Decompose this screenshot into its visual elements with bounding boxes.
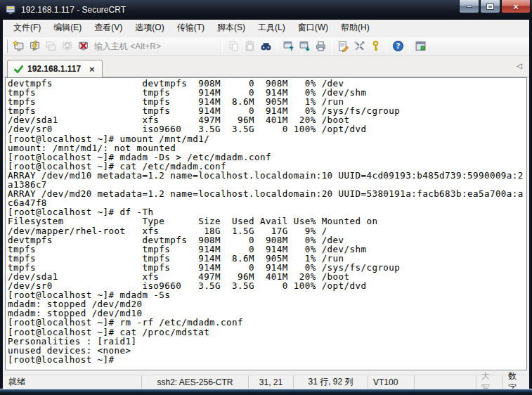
securecrt-app-icon[interactable] [6, 4, 17, 15]
status-bar: 就绪 ssh2: AES-256-CTR 31, 21 31 行, 92 列 V… [3, 375, 529, 389]
menu-edit[interactable]: 编辑(E) [47, 20, 88, 37]
status-ready: 就绪 [3, 375, 141, 389]
terminal[interactable]: devtmpfs devtmpfs 908M 0 908M 0% /dev tm… [5, 77, 527, 370]
paste-button [242, 39, 258, 54]
find-button[interactable] [258, 39, 274, 54]
new-session-icon [13, 40, 25, 52]
toolbar-grip[interactable] [5, 40, 8, 53]
generate-key-icon [370, 40, 382, 52]
minimize-icon [466, 6, 472, 8]
generate-key-button[interactable] [368, 39, 384, 54]
receive-file-button[interactable] [297, 39, 313, 54]
terminal-output[interactable]: devtmpfs devtmpfs 908M 0 908M 0% /dev tm… [8, 79, 526, 364]
terminal-area: devtmpfs devtmpfs 908M 0 908M 0% /dev tm… [3, 77, 529, 375]
menu-transfer[interactable]: 传输(T) [171, 20, 211, 37]
close-icon: × [513, 2, 519, 11]
help-icon: ? [392, 40, 404, 52]
menu-view[interactable]: 查看(V) [88, 20, 129, 37]
window-bottom-frame [0, 389, 532, 395]
menu-help[interactable]: 帮助(H) [335, 20, 376, 37]
svg-text:?: ? [396, 42, 401, 50]
tab-close-icon[interactable]: × [89, 65, 95, 74]
copy-button [226, 39, 242, 54]
status-cursor-position: 31, 21 [248, 375, 293, 389]
menu-options[interactable]: 选项(O) [129, 20, 170, 37]
send-file-button[interactable] [280, 39, 297, 54]
host-input[interactable] [91, 39, 219, 53]
toolbar: ? [3, 37, 529, 56]
find-icon [260, 40, 272, 52]
status-num-indicator: 数字 [502, 375, 529, 389]
print-icon [315, 40, 327, 52]
quick-connect-icon [29, 40, 41, 52]
session-options-button[interactable] [335, 39, 351, 54]
disconnect-button[interactable] [75, 39, 91, 54]
status-terminal-size: 31 行, 92 列 [293, 375, 368, 389]
tab-label: 192.168.1.117 [27, 64, 81, 74]
send-file-icon [283, 40, 294, 52]
menu-script[interactable]: 脚本(S) [211, 20, 252, 37]
toolbar-separator [409, 39, 410, 53]
copy-icon [228, 40, 240, 52]
session-manager-button[interactable] [413, 39, 429, 54]
print-button[interactable] [313, 39, 329, 54]
help-button[interactable]: ? [390, 39, 406, 54]
session-options-icon [337, 40, 349, 52]
maximize-button[interactable] [480, 0, 500, 13]
disconnect-icon [77, 40, 89, 52]
status-caps-indicator: 大写 [476, 375, 502, 389]
maximize-icon [487, 4, 493, 9]
status-emulation: VT100 [368, 375, 414, 389]
receive-file-icon [299, 40, 311, 52]
session-manager-icon [415, 40, 427, 52]
reconnect-button [59, 39, 75, 54]
connected-check-icon [13, 64, 24, 75]
new-session-button[interactable] [11, 39, 27, 54]
menu-file[interactable]: 文件(F) [7, 20, 47, 37]
window-title: 192.168.1.117 - SecureCRT [21, 5, 126, 15]
menu-tools[interactable]: 工具(L) [252, 20, 292, 37]
title-bar[interactable]: 192.168.1.117 - SecureCRT × [0, 0, 532, 20]
close-button[interactable]: × [501, 0, 531, 13]
quick-connect-button[interactable] [27, 39, 43, 54]
tab-scroll-left-icon[interactable]: ◁ [517, 62, 522, 70]
status-encryption: ssh2: AES-256-CTR [141, 375, 248, 389]
toolbar-separator [387, 39, 387, 53]
reconnect-icon [61, 40, 73, 52]
global-options-icon [353, 40, 365, 52]
toolbar-separator [222, 39, 223, 53]
paste-icon [244, 40, 256, 52]
global-options-button[interactable] [351, 39, 368, 54]
status-blank-field [414, 375, 476, 389]
clone-session-button [43, 39, 59, 54]
clone-session-icon [45, 40, 57, 52]
minimize-button[interactable] [459, 0, 479, 13]
toolbar-separator [332, 39, 332, 53]
toolbar-separator [277, 39, 278, 53]
menu-bar: 文件(F) 编辑(E) 查看(V) 选项(O) 传输(T) 脚本(S) 工具(L… [3, 20, 529, 37]
tab-bar: 192.168.1.117 × ◁ [3, 56, 529, 77]
menu-window[interactable]: 窗口(W) [292, 20, 335, 37]
tab-192-168-1-117[interactable]: 192.168.1.117 × [7, 60, 103, 77]
securecrt-window: 192.168.1.117 - SecureCRT × 文件(F) 编辑(E) … [0, 0, 532, 395]
